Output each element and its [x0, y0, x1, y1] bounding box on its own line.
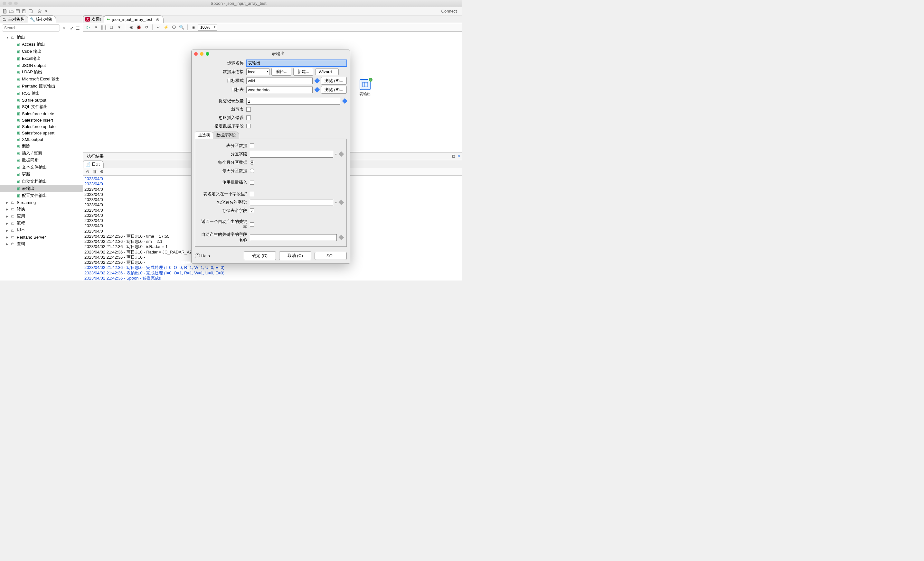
close-dot[interactable]: [3, 1, 6, 5]
tree-step-item[interactable]: ▣Salesforce delete: [0, 110, 83, 117]
db-connection-select[interactable]: local: [246, 69, 270, 75]
partition-data-checkbox[interactable]: [250, 144, 254, 148]
search-input[interactable]: [2, 24, 60, 31]
variable-icon[interactable]: [339, 200, 344, 205]
tree-step-item[interactable]: ▣Pentaho 报表输出: [0, 83, 83, 90]
tree-step-item[interactable]: ▣RSS 输出: [0, 90, 83, 97]
sql-button[interactable]: SQL: [315, 252, 347, 260]
tree-step-item[interactable]: ▣数据同步: [0, 157, 83, 164]
target-table-input[interactable]: [246, 87, 313, 93]
tree-step-item[interactable]: ▣Salesforce upsert: [0, 130, 83, 136]
target-schema-input[interactable]: [246, 78, 313, 84]
batch-insert-checkbox[interactable]: [250, 180, 254, 185]
tree-folder-output[interactable]: ▼🗀输出: [0, 34, 83, 41]
store-tablename-checkbox[interactable]: [250, 208, 254, 213]
canvas-step-table-output[interactable]: ✓ 表输出: [357, 79, 373, 97]
clear-search-icon[interactable]: ✕: [61, 26, 67, 31]
dropdown-icon[interactable]: ▾: [335, 201, 337, 204]
dialog-minimize-icon[interactable]: [200, 52, 204, 55]
popout-icon[interactable]: ⧉: [452, 153, 455, 159]
impact-icon[interactable]: ⚡: [163, 24, 170, 31]
tab-transformation[interactable]: json_input_array_test⊗: [104, 15, 164, 23]
log-delete-icon[interactable]: 🗑: [92, 169, 98, 175]
tree-step-item[interactable]: ▣Microsoft Excel 输出: [0, 76, 83, 83]
tree-step-item[interactable]: ▣自动文档输出: [0, 178, 83, 185]
tree-folder-item[interactable]: ▶🗀转换: [0, 205, 83, 212]
run-options-icon[interactable]: ▾: [93, 24, 99, 31]
cancel-button[interactable]: 取消 (C): [279, 251, 311, 260]
replay-icon[interactable]: ↻: [143, 24, 150, 31]
help-button[interactable]: ?Help: [195, 253, 210, 258]
zoom-dot[interactable]: [14, 1, 18, 5]
return-auto-key-checkbox[interactable]: [250, 222, 254, 227]
ok-button[interactable]: 确定 (O): [244, 251, 276, 260]
preview-icon[interactable]: ◉: [128, 24, 134, 31]
tree-step-item[interactable]: ▣Access 输出: [0, 41, 83, 48]
tree-step-item[interactable]: ▣文本文件输出: [0, 164, 83, 171]
verify-icon[interactable]: ✓: [155, 24, 162, 31]
variable-icon[interactable]: [342, 99, 348, 104]
dropdown-icon[interactable]: ▾: [43, 8, 49, 14]
commit-size-input[interactable]: [246, 98, 340, 105]
daily-partition-radio[interactable]: [250, 169, 254, 173]
edit-connection-button[interactable]: 编辑...: [272, 68, 291, 76]
variable-icon[interactable]: [339, 235, 344, 240]
tree-step-item[interactable]: ▣Cube 输出: [0, 48, 83, 55]
tab-db-fields[interactable]: 数据库字段: [213, 132, 239, 139]
dialog-close-icon[interactable]: [194, 52, 198, 55]
explore-db-icon[interactable]: 🔍: [178, 24, 185, 31]
explore-icon[interactable]: [15, 8, 21, 14]
monthly-partition-radio[interactable]: [250, 160, 254, 165]
dialog-zoom-icon[interactable]: [206, 52, 209, 55]
tree-step-item[interactable]: ▣表输出: [0, 185, 83, 192]
minimize-dot[interactable]: [8, 1, 12, 5]
tree-folder-item[interactable]: ▶🗀Streaming: [0, 199, 83, 205]
show-results-icon[interactable]: ▣: [190, 24, 197, 31]
close-tab-icon[interactable]: ⊗: [155, 17, 160, 22]
steps-tree[interactable]: ▼🗀输出 ▣Access 输出▣Cube 输出▣Excel输出▣JSON out…: [0, 33, 83, 280]
perspective-icon[interactable]: [37, 8, 42, 14]
specify-fields-checkbox[interactable]: [246, 124, 251, 128]
tree-step-item[interactable]: ▣S3 file output: [0, 97, 83, 103]
tree-step-item[interactable]: ▣Excel输出: [0, 55, 83, 62]
auto-key-field-input[interactable]: [250, 234, 337, 241]
tree-step-item[interactable]: ▣配置文件输出: [0, 192, 83, 199]
tree-step-item[interactable]: ▣JSON output: [0, 62, 83, 69]
tree-step-item[interactable]: ▣Salesforce update: [0, 123, 83, 130]
zoom-select[interactable]: 100%: [198, 24, 217, 31]
stop-options-icon[interactable]: ▾: [116, 24, 122, 31]
new-file-icon[interactable]: [2, 8, 8, 14]
browse-schema-button[interactable]: 浏览 (B)...: [321, 77, 347, 85]
tree-step-item[interactable]: ▣XML output: [0, 136, 83, 142]
open-file-icon[interactable]: [8, 8, 14, 14]
truncate-checkbox[interactable]: [246, 107, 251, 112]
wizard-button[interactable]: Wizard...: [315, 69, 339, 75]
save-icon[interactable]: [21, 8, 27, 14]
tab-main-tree[interactable]: 🗂主对象树: [0, 15, 28, 23]
partition-field-input[interactable]: [250, 151, 333, 158]
close-panel-icon[interactable]: ✕: [457, 153, 461, 159]
tablename-in-field-checkbox[interactable]: [250, 192, 254, 196]
dialog-titlebar[interactable]: 表输出: [192, 50, 350, 58]
tab-welcome[interactable]: 兇欢迎!: [83, 15, 105, 23]
tab-log[interactable]: 📄日志: [83, 160, 104, 168]
connect-button[interactable]: Connect: [438, 9, 460, 13]
tree-step-item[interactable]: ▣更新: [0, 171, 83, 178]
ignore-errors-checkbox[interactable]: [246, 115, 251, 120]
tree-step-item[interactable]: ▣LDAP 输出: [0, 69, 83, 76]
tree-folder-item[interactable]: ▶🗀Pentaho Server: [0, 234, 83, 240]
tree-step-item[interactable]: ▣删除: [0, 142, 83, 150]
tab-core-objects[interactable]: 🔧核心对象: [28, 15, 56, 23]
new-connection-button[interactable]: 新建...: [293, 68, 313, 76]
pause-icon[interactable]: ❚❚: [100, 24, 107, 31]
collapse-all-icon[interactable]: ☰: [75, 25, 81, 31]
stop-icon[interactable]: □: [108, 24, 115, 31]
log-settings-icon[interactable]: ⚙: [99, 169, 105, 175]
step-name-input[interactable]: [246, 60, 347, 67]
variable-icon[interactable]: [315, 87, 320, 93]
sql-icon[interactable]: ⛁: [171, 24, 177, 31]
tree-step-item[interactable]: ▣Salesforce insert: [0, 117, 83, 123]
tree-step-item[interactable]: ▣插入 / 更新: [0, 150, 83, 157]
variable-icon[interactable]: [315, 78, 320, 84]
tree-folder-item[interactable]: ▶🗀脚本: [0, 227, 83, 234]
